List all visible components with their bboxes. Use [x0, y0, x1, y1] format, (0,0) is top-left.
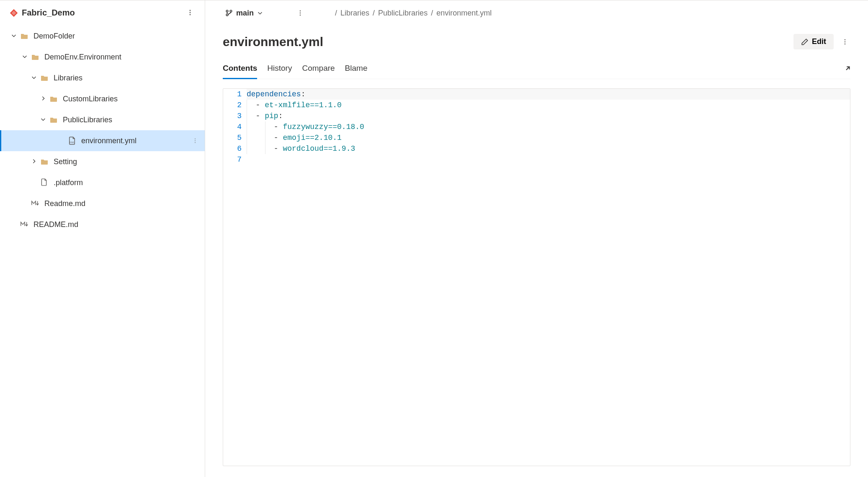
tab-compare[interactable]: Compare [302, 61, 335, 79]
breadcrumb: /Libraries/PublicLibraries/environment.y… [335, 9, 492, 18]
svg-point-12 [300, 15, 301, 16]
tree-item-label: environment.yml [81, 137, 190, 145]
tabs: ContentsHistoryCompareBlame [223, 61, 842, 79]
tree-item-label: .platform [54, 178, 201, 187]
file-tree: DemoFolderDemoEnv.EnvironmentLibrariesCu… [0, 26, 205, 235]
line-content: - wordcloud==1.9.3 [247, 143, 850, 154]
branch-more-button[interactable] [295, 8, 306, 18]
line-content: dependencies: [247, 89, 850, 100]
file-title: environment.yml [223, 35, 793, 49]
file-more-button[interactable] [840, 36, 850, 47]
folder-icon [40, 74, 49, 82]
chevron-down-icon [11, 33, 18, 39]
code-line: 5 - emoji==2.10.1 [223, 132, 850, 143]
chevron-down-icon [31, 75, 38, 81]
tree-item-readme-md[interactable]: README.md [0, 214, 205, 235]
code-line: 1dependencies: [223, 89, 850, 100]
tree-item-customlibraries[interactable]: CustomLibraries [0, 88, 205, 109]
tree-item-environment-yml[interactable]: YMLenvironment.yml [0, 130, 205, 151]
tree-item-demoenv-environment[interactable]: DemoEnv.Environment [0, 46, 205, 67]
md-icon [31, 199, 39, 208]
folder-icon [31, 53, 39, 61]
chevron-down-icon [257, 10, 263, 16]
folder-icon [49, 116, 58, 124]
tree-item-readme-md[interactable]: Readme.md [0, 193, 205, 214]
tree-item-label: DemoFolder [33, 32, 201, 41]
svg-point-6 [195, 142, 196, 143]
tree-item-libraries[interactable]: Libraries [0, 67, 205, 88]
branch-icon [225, 9, 233, 17]
line-number: 5 [223, 132, 247, 143]
tab-blame[interactable]: Blame [345, 61, 368, 79]
repo-more-button[interactable] [185, 7, 196, 18]
line-number: 6 [223, 143, 247, 154]
svg-point-11 [300, 13, 301, 14]
folder-icon [20, 32, 28, 40]
tree-item-more-button[interactable] [190, 135, 201, 146]
repo-name[interactable]: Fabric_Demo [22, 8, 180, 18]
line-number: 4 [223, 121, 247, 132]
tree-item-setting[interactable]: Setting [0, 151, 205, 172]
code-line: 3 - pip: [223, 111, 850, 121]
branch-picker[interactable]: main [223, 7, 265, 19]
breadcrumb-environment-yml[interactable]: environment.yml [436, 9, 492, 18]
svg-point-10 [300, 10, 301, 12]
code-line: 6 - wordcloud==1.9.3 [223, 143, 850, 154]
tree-item-label: CustomLibraries [63, 95, 201, 103]
svg-point-0 [190, 10, 191, 11]
repo-icon [9, 8, 18, 17]
tree-item-label: DemoEnv.Environment [44, 53, 201, 62]
svg-point-7 [226, 10, 228, 12]
main-pane: main /Libraries/PublicLibraries/environm… [205, 0, 868, 477]
folder-icon [40, 157, 49, 166]
chevron-down-icon [22, 54, 28, 60]
breadcrumb-publiclibraries[interactable]: PublicLibraries [378, 9, 428, 18]
line-content: - et-xmlfile==1.1.0 [247, 100, 850, 111]
tree-item--platform[interactable]: .platform [0, 172, 205, 193]
tabs-row: ContentsHistoryCompareBlame [223, 61, 850, 79]
folder-icon [49, 95, 58, 103]
tree-item-label: Readme.md [44, 199, 201, 208]
repo-header: Fabric_Demo [0, 4, 205, 26]
tree-item-demofolder[interactable]: DemoFolder [0, 26, 205, 46]
file-title-row: environment.yml Edit [223, 34, 850, 49]
svg-point-1 [190, 12, 191, 13]
svg-point-13 [845, 39, 846, 40]
tree-item-label: PublicLibraries [63, 116, 201, 124]
tree-item-label: Setting [54, 157, 201, 166]
chevron-down-icon [40, 116, 47, 123]
line-content: - pip: [247, 111, 850, 121]
file-icon [40, 178, 49, 187]
tab-history[interactable]: History [267, 61, 292, 79]
tab-contents[interactable]: Contents [223, 61, 257, 79]
pencil-icon [801, 38, 809, 46]
code-line: 7 [223, 154, 850, 165]
code-line: 4 - fuzzywuzzy==0.18.0 [223, 121, 850, 132]
svg-text:YML: YML [70, 141, 75, 144]
crumb-sep: / [373, 9, 375, 18]
tree-item-publiclibraries[interactable]: PublicLibraries [0, 109, 205, 130]
line-number: 2 [223, 100, 247, 111]
code-viewer[interactable]: 1dependencies:2 - et-xmlfile==1.1.03 - p… [223, 88, 850, 466]
md-icon [20, 220, 28, 229]
top-bar: main /Libraries/PublicLibraries/environm… [223, 0, 850, 26]
chevron-right-icon [40, 95, 47, 102]
svg-point-9 [230, 10, 232, 12]
chevron-right-icon [31, 158, 38, 165]
yml-icon: YML [68, 137, 76, 145]
svg-point-2 [190, 14, 191, 15]
edit-button[interactable]: Edit [793, 34, 834, 49]
edit-button-label: Edit [812, 37, 826, 46]
branch-name: main [236, 9, 254, 18]
line-number: 3 [223, 111, 247, 121]
file-tree-sidebar: Fabric_Demo DemoFolderDemoEnv.Environmen… [0, 0, 205, 477]
svg-point-4 [195, 139, 196, 139]
svg-point-14 [845, 41, 846, 42]
fullscreen-button[interactable] [842, 66, 850, 74]
tree-item-label: Libraries [54, 74, 201, 83]
tree-item-label: README.md [33, 220, 201, 229]
svg-point-15 [845, 43, 846, 44]
breadcrumb-libraries[interactable]: Libraries [340, 9, 369, 18]
code-line: 2 - et-xmlfile==1.1.0 [223, 100, 850, 111]
line-content: - emoji==2.10.1 [247, 132, 850, 143]
